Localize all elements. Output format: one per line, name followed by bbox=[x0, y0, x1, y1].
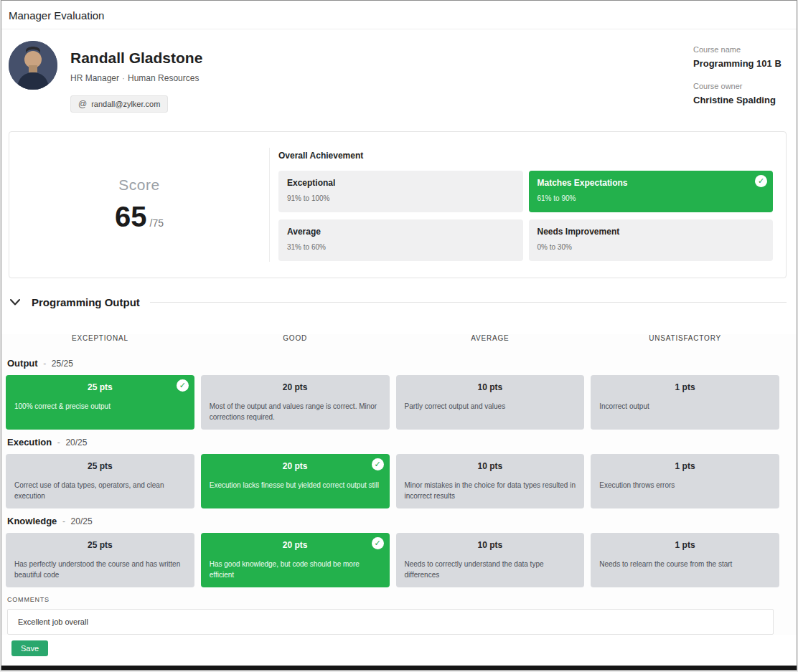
column-header-exceptional: EXCEPTIONAL bbox=[6, 334, 194, 342]
cell-points: 20 pts bbox=[210, 461, 381, 471]
page-title: Manager Evaluation bbox=[9, 9, 789, 22]
achievement-title: Overall Achievement bbox=[278, 151, 773, 161]
cell-output-good[interactable]: ✓ 20 pts Most of the output and values r… bbox=[201, 375, 390, 430]
option-label: Matches Expectations bbox=[538, 178, 765, 188]
cell-description: Execution throws errors bbox=[599, 480, 771, 491]
achievement-option-needs-improvement[interactable]: ✓ Needs Improvement 0% to 30% bbox=[529, 219, 774, 261]
title-bar: Manager Evaluation bbox=[1, 1, 797, 29]
cell-output-exceptional[interactable]: ✓ 25 pts 100% correct & precise output bbox=[6, 375, 194, 430]
cell-points: 20 pts bbox=[210, 540, 381, 550]
option-label: Average bbox=[287, 227, 515, 237]
cell-description: Most of the output and values range is c… bbox=[210, 401, 381, 422]
save-button[interactable]: Save bbox=[11, 640, 48, 656]
rubric-row-knowledge: ✓ 25 pts Has perfectly understood the co… bbox=[6, 533, 779, 587]
cell-description: Correct use of data types, operators, an… bbox=[14, 480, 186, 501]
cell-description: Has good knowledge, but code should be m… bbox=[210, 559, 381, 580]
cell-points: 1 pts bbox=[599, 461, 771, 471]
row-name: Execution bbox=[7, 437, 52, 448]
row-score: 20/25 bbox=[65, 437, 87, 448]
option-range: 61% to 90% bbox=[538, 194, 765, 202]
cell-execution-unsatisfactory[interactable]: ✓ 1 pts Execution throws errors bbox=[591, 454, 779, 508]
cell-description: Has perfectly understood the course and … bbox=[14, 559, 186, 580]
score-card: Score 65 /75 Overall Achievement ✓ Excep… bbox=[9, 131, 787, 278]
check-icon: ✓ bbox=[755, 175, 767, 187]
column-header-average: AVERAGE bbox=[396, 334, 585, 342]
cell-points: 25 pts bbox=[14, 461, 186, 471]
row-name: Knowledge bbox=[7, 516, 57, 526]
achievement-option-matches-expectations[interactable]: ✓ Matches Expectations 61% to 90% bbox=[529, 171, 774, 212]
row-label-knowledge: Knowledge - 20/25 bbox=[7, 516, 779, 526]
collapse-section-button[interactable] bbox=[7, 294, 23, 310]
option-range: 31% to 60% bbox=[287, 243, 515, 251]
option-range: 0% to 30% bbox=[538, 243, 765, 251]
cell-execution-good[interactable]: ✓ 20 pts Execution lacks finesse but yie… bbox=[201, 454, 390, 508]
option-label: Needs Improvement bbox=[538, 227, 765, 237]
avatar-photo bbox=[9, 41, 57, 90]
profile-info: Randall Gladstone HR Manager·Human Resou… bbox=[70, 41, 693, 118]
check-icon: ✓ bbox=[372, 458, 384, 470]
cell-points: 25 pts bbox=[14, 540, 186, 550]
employee-name: Randall Gladstone bbox=[70, 49, 693, 67]
cell-knowledge-good[interactable]: ✓ 20 pts Has good knowledge, but code sh… bbox=[201, 533, 390, 587]
course-name-value: Programming 101 B bbox=[693, 58, 787, 69]
cell-knowledge-average[interactable]: ✓ 10 pts Needs to correctly understand t… bbox=[396, 533, 585, 587]
course-info: Course name Programming 101 B Course own… bbox=[693, 41, 787, 118]
cell-description: Incorrect output bbox=[599, 401, 771, 412]
bottom-bar bbox=[1, 666, 797, 670]
rubric-column-headers: EXCEPTIONAL GOOD AVERAGE UNSATISFACTORY bbox=[6, 334, 779, 342]
section-title: Programming Output bbox=[32, 296, 140, 308]
avatar bbox=[9, 41, 57, 90]
row-label-output: Output - 25/25 bbox=[7, 358, 779, 369]
email-chip: @ randall@zylker.com bbox=[70, 95, 168, 113]
cell-points: 1 pts bbox=[599, 382, 771, 392]
cell-execution-average[interactable]: ✓ 10 pts Minor mistakes in the choice fo… bbox=[396, 454, 585, 508]
cell-knowledge-exceptional[interactable]: ✓ 25 pts Has perfectly understood the co… bbox=[6, 533, 194, 587]
column-header-unsatisfactory: UNSATISFACTORY bbox=[591, 334, 779, 342]
cell-knowledge-unsatisfactory[interactable]: ✓ 1 pts Needs to relearn the course from… bbox=[591, 533, 779, 587]
save-row: Save bbox=[1, 635, 797, 656]
rubric-row-output: ✓ 25 pts 100% correct & precise output ✓… bbox=[6, 375, 779, 430]
rubric: EXCEPTIONAL GOOD AVERAGE UNSATISFACTORY … bbox=[1, 334, 797, 635]
cell-description: 100% correct & precise output bbox=[14, 401, 186, 412]
cell-output-unsatisfactory[interactable]: ✓ 1 pts Incorrect output bbox=[591, 375, 779, 430]
row-label-execution: Execution - 20/25 bbox=[7, 437, 779, 448]
cell-points: 10 pts bbox=[405, 540, 576, 550]
achievement-option-exceptional[interactable]: ✓ Exceptional 91% to 100% bbox=[278, 171, 523, 212]
row-score: 25/25 bbox=[52, 359, 73, 369]
row-name: Output bbox=[7, 358, 38, 369]
score-panel: Score 65 /75 bbox=[9, 132, 269, 278]
cell-description: Partly correct output and values bbox=[405, 401, 576, 412]
profile-section: Randall Gladstone HR Manager·Human Resou… bbox=[1, 29, 797, 128]
check-icon: ✓ bbox=[372, 537, 384, 549]
comments-input[interactable] bbox=[7, 609, 774, 635]
role-separator: · bbox=[122, 73, 125, 83]
employee-role: HR Manager·Human Resources bbox=[70, 73, 693, 83]
cell-points: 10 pts bbox=[405, 461, 576, 471]
cell-description: Needs to correctly understand the data t… bbox=[405, 559, 576, 580]
department-text: Human Resources bbox=[128, 73, 199, 83]
rubric-section-header: Programming Output bbox=[1, 278, 797, 313]
course-owner-value: Christine Spalding bbox=[693, 95, 787, 105]
section-divider bbox=[150, 302, 787, 303]
manager-evaluation-page: Manager Evaluation Randall Gladstone HR … bbox=[1, 0, 797, 671]
cell-execution-exceptional[interactable]: ✓ 25 pts Correct use of data types, oper… bbox=[6, 454, 194, 508]
email-at-icon: @ bbox=[78, 99, 87, 109]
chevron-down-icon bbox=[10, 299, 20, 306]
row-dash: - bbox=[62, 516, 65, 526]
cell-points: 20 pts bbox=[210, 382, 381, 392]
option-label: Exceptional bbox=[287, 178, 515, 188]
cell-output-average[interactable]: ✓ 10 pts Partly correct output and value… bbox=[396, 375, 585, 430]
achievement-option-average[interactable]: ✓ Average 31% to 60% bbox=[278, 219, 523, 261]
cell-points: 1 pts bbox=[599, 540, 771, 550]
score-value: 65 bbox=[115, 201, 147, 233]
email-text: randall@zylker.com bbox=[91, 100, 160, 108]
achievement-options: ✓ Exceptional 91% to 100% ✓ Matches Expe… bbox=[278, 171, 773, 261]
row-dash: - bbox=[57, 437, 60, 448]
overall-achievement: Overall Achievement ✓ Exceptional 91% to… bbox=[270, 132, 786, 278]
score-total: /75 bbox=[150, 217, 164, 229]
row-score: 20/25 bbox=[71, 516, 93, 526]
cell-description: Minor mistakes in the choice for data ty… bbox=[405, 480, 576, 501]
check-icon: ✓ bbox=[177, 379, 189, 392]
score-label: Score bbox=[118, 176, 159, 194]
comments-label: COMMENTS bbox=[7, 596, 779, 603]
